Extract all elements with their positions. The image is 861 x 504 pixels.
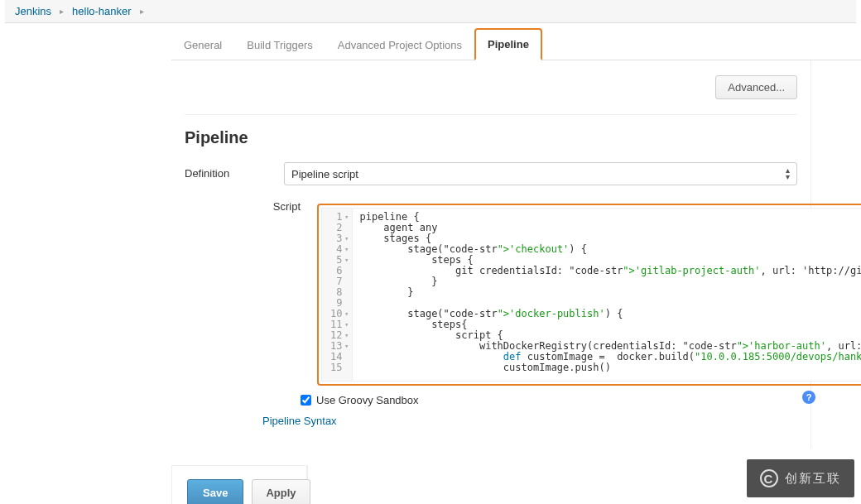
tab-general[interactable]: General xyxy=(171,30,234,60)
main-content: Advanced... Pipeline Definition Pipeline… xyxy=(171,60,811,449)
definition-select[interactable]: Pipeline script ▴▾ xyxy=(284,162,797,185)
sandbox-row: Use Groovy Sandbox ? xyxy=(185,391,797,410)
syntax-link-row: Pipeline Syntax xyxy=(185,410,797,432)
groovy-sandbox-checkbox[interactable] xyxy=(301,395,311,406)
select-arrows-icon: ▴▾ xyxy=(786,167,790,180)
breadcrumb-item-project[interactable]: hello-hanker xyxy=(72,5,132,17)
footer-buttons: Save Apply xyxy=(171,465,308,504)
save-button[interactable]: Save xyxy=(187,479,243,504)
watermark: C 创新互联 xyxy=(747,459,854,497)
definition-select-value: Pipeline script xyxy=(291,168,358,180)
config-tabs: Advanced Project Options General Build T… xyxy=(171,23,861,60)
tab-advanced-options[interactable]: Advanced Project Options xyxy=(325,30,474,60)
watermark-text: 创新互联 xyxy=(785,471,841,487)
breadcrumb-item-jenkins[interactable]: Jenkins xyxy=(15,5,51,17)
script-editor[interactable]: 1▾23▾4▾5▾678910▾11▾12▾13▾1415 pipeline {… xyxy=(317,204,861,386)
script-label: Script xyxy=(185,195,317,213)
definition-label: Definition xyxy=(185,162,284,180)
pipeline-syntax-link[interactable]: Pipeline Syntax xyxy=(262,415,337,427)
script-row: Script ? 1▾23▾4▾5▾678910▾11▾12▾13▾1415 p… xyxy=(185,190,797,391)
code-content[interactable]: pipeline { agent any stages { stage("cod… xyxy=(353,209,861,381)
watermark-icon: C xyxy=(760,469,778,487)
sandbox-label: Use Groovy Sandbox xyxy=(316,394,419,406)
chevron-right-icon: ▸ xyxy=(140,7,144,16)
tab-pipeline[interactable]: Pipeline xyxy=(474,28,542,60)
definition-row: Definition Pipeline script ▴▾ xyxy=(185,157,797,190)
help-icon[interactable]: ? xyxy=(802,391,815,404)
pipeline-section-title: Pipeline xyxy=(185,115,797,157)
code-editor[interactable]: 1▾23▾4▾5▾678910▾11▾12▾13▾1415 pipeline {… xyxy=(321,208,861,382)
advanced-button[interactable]: Advanced... xyxy=(715,75,797,99)
chevron-right-icon: ▸ xyxy=(60,7,64,16)
line-gutter: 1▾23▾4▾5▾678910▾11▾12▾13▾1415 xyxy=(322,209,353,381)
advanced-row: Advanced... xyxy=(185,60,797,115)
breadcrumb: Jenkins ▸ hello-hanker ▸ xyxy=(5,0,856,23)
apply-button[interactable]: Apply xyxy=(252,479,310,504)
tab-build-triggers[interactable]: Build Triggers xyxy=(234,30,325,60)
